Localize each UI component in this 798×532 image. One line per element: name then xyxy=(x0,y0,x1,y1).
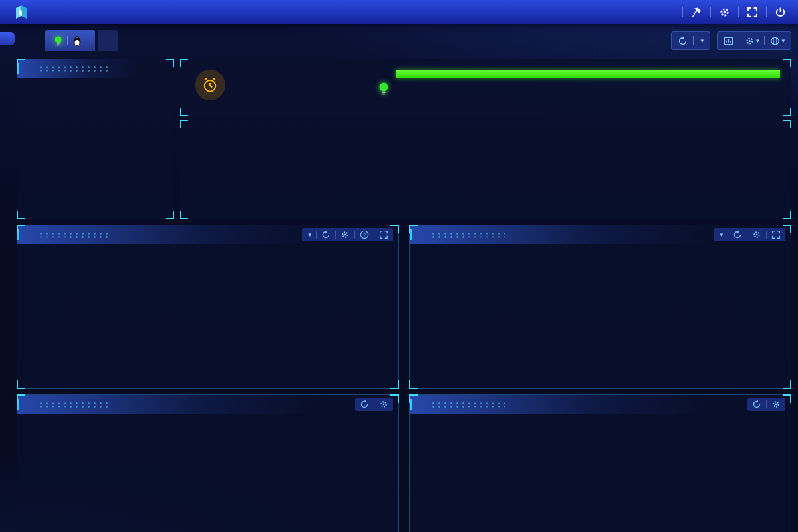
dots-decoration-icon xyxy=(430,232,505,238)
svg-text:?: ? xyxy=(363,232,366,238)
app-logo[interactable] xyxy=(0,4,45,20)
gear-icon[interactable] xyxy=(771,400,781,409)
fullscreen-icon[interactable] xyxy=(771,230,781,239)
panel-header: ▾ xyxy=(410,225,791,244)
panel-controls: ▾ ? xyxy=(302,228,393,241)
fullscreen-icon[interactable] xyxy=(747,7,758,18)
topnav-right-controls xyxy=(674,7,798,18)
panel-controls xyxy=(747,398,785,411)
refresh-icon[interactable] xyxy=(360,400,369,409)
refresh-icon[interactable] xyxy=(321,230,331,239)
cpu-load-chart-panel: ▾ ? xyxy=(17,225,399,389)
globe-icon xyxy=(770,36,780,46)
gear-icon xyxy=(745,36,755,46)
dots-decoration-icon xyxy=(38,232,112,238)
basic-info-panel xyxy=(17,59,174,219)
linux-penguin-icon xyxy=(72,35,82,46)
fullscreen-icon[interactable] xyxy=(379,230,388,239)
time-range-dropdown[interactable]: ▾ xyxy=(718,231,723,238)
dots-decoration-icon xyxy=(430,402,505,408)
panel-header xyxy=(17,395,398,414)
refresh-icon[interactable] xyxy=(752,400,761,409)
performance-panel xyxy=(180,120,791,219)
sub-header: ▾ ▾ ▾ xyxy=(45,30,791,51)
memory-trend-panel: ▾ xyxy=(409,225,791,389)
status-bulb-icon xyxy=(54,35,63,46)
settings-gear-icon[interactable] xyxy=(719,7,730,18)
report-icon[interactable] xyxy=(724,36,733,46)
gear-icon[interactable] xyxy=(340,230,350,239)
settings-dropdown[interactable]: ▾ xyxy=(745,36,759,46)
panel-header xyxy=(17,59,174,78)
alarm-clock-icon xyxy=(195,70,225,100)
time-range-dropdown[interactable]: ▾ xyxy=(307,231,311,238)
interval-dropdown[interactable]: ▾ xyxy=(699,37,704,44)
sidebar-tab-resource-list[interactable] xyxy=(0,32,15,45)
panel-controls xyxy=(355,398,393,411)
refresh-interval-group: ▾ xyxy=(671,31,710,50)
top-navigation-bar xyxy=(0,0,798,24)
uptime-availability-panel xyxy=(180,59,791,116)
dots-decoration-icon xyxy=(38,402,112,408)
panel-header: ▾ ? xyxy=(17,225,398,244)
gear-icon[interactable] xyxy=(752,230,761,239)
logo-icon xyxy=(13,4,29,20)
panel-header xyxy=(410,395,791,414)
dashboard-app: ▾ ▾ ▾ xyxy=(0,0,798,532)
tab-alarm-info[interactable] xyxy=(98,30,118,51)
help-icon[interactable]: ? xyxy=(360,230,369,239)
subheader-controls: ▾ ▾ ▾ xyxy=(671,31,791,50)
availability-block xyxy=(370,66,780,110)
view-tools-group: ▾ ▾ xyxy=(717,31,791,50)
cpu-load-chart xyxy=(23,259,395,386)
availability-bulb-icon xyxy=(378,82,389,95)
refresh-icon[interactable] xyxy=(678,36,688,46)
availability-bar xyxy=(396,70,780,78)
memory-trend-chart xyxy=(415,247,787,386)
dots-decoration-icon xyxy=(38,66,112,72)
gear-icon[interactable] xyxy=(379,400,388,409)
panel-controls: ▾ xyxy=(714,228,785,241)
uptime-block xyxy=(195,70,243,100)
language-dropdown[interactable]: ▾ xyxy=(770,36,785,46)
power-logout-icon[interactable] xyxy=(775,7,786,18)
top5-memory-panel xyxy=(409,394,791,532)
top5-cpu-panel xyxy=(17,394,399,532)
tab-server-detail[interactable] xyxy=(45,30,95,51)
pin-icon[interactable] xyxy=(691,7,702,18)
refresh-icon[interactable] xyxy=(733,230,742,239)
